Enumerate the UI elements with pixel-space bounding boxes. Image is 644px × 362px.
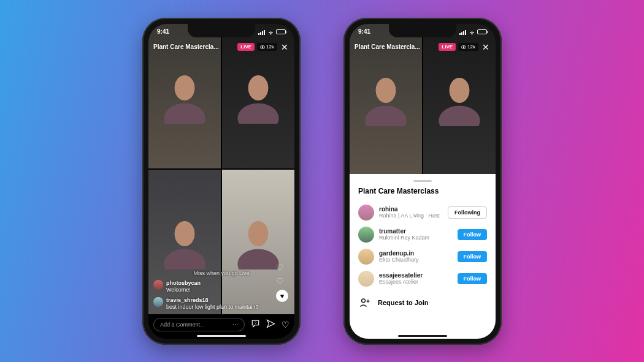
signal-icon bbox=[258, 29, 266, 34]
send-icon[interactable] bbox=[266, 319, 275, 330]
phone-right: 9:41 Plant Care Mastercla... LIVE 12k ✕ bbox=[343, 18, 502, 345]
participants-sheet[interactable]: Plant Care Masterclass rohina Rohina | A… bbox=[350, 174, 496, 339]
svg-point-13 bbox=[362, 298, 366, 302]
svg-rect-1 bbox=[260, 32, 261, 35]
svg-rect-8 bbox=[461, 32, 462, 35]
participant-subtitle: Ekta Chaudhary bbox=[379, 257, 453, 263]
svg-rect-0 bbox=[258, 33, 259, 35]
following-button[interactable]: Following bbox=[448, 206, 487, 219]
question-icon[interactable]: ? bbox=[251, 319, 260, 330]
participant-row[interactable]: trumatter Rukmini Ray Kadam Follow bbox=[358, 224, 487, 246]
heart-icon: ♡ bbox=[276, 276, 288, 286]
request-join-label: Request to Join bbox=[378, 299, 429, 306]
screen-left: 9:41 Plant Care Mastercla... LIVE 12k ✕ bbox=[148, 24, 294, 339]
svg-rect-2 bbox=[262, 31, 263, 35]
participant-handle: essajeesatelier bbox=[379, 272, 453, 279]
viewer-count-value: 12k bbox=[266, 44, 274, 50]
status-time: 9:41 bbox=[358, 28, 370, 35]
comment-text: best indoor low light plan to maintain? bbox=[166, 304, 259, 310]
participant-handle: gardenup.in bbox=[379, 250, 453, 257]
comment-username: photosbycan bbox=[166, 280, 201, 287]
battery-icon bbox=[276, 29, 286, 34]
close-button[interactable]: ✕ bbox=[481, 42, 491, 52]
avatar bbox=[358, 205, 374, 221]
follow-button[interactable]: Follow bbox=[458, 251, 488, 262]
participant-row[interactable]: rohina Rohina | AA Living · Host Followi… bbox=[358, 202, 487, 224]
live-badge: LIVE bbox=[237, 43, 255, 51]
comment-row[interactable]: travis_shreds18 best indoor low light pl… bbox=[153, 297, 289, 311]
participant-row[interactable]: gardenup.in Ekta Chaudhary Follow bbox=[358, 246, 487, 268]
sheet-title: Plant Care Masterclass bbox=[358, 187, 487, 195]
svg-point-12 bbox=[463, 46, 464, 47]
comment-input[interactable]: Add a Comment... ⋯ bbox=[153, 318, 245, 331]
phone-left: 9:41 Plant Care Mastercla... LIVE 12k ✕ bbox=[142, 18, 301, 345]
request-to-join[interactable]: Request to Join bbox=[358, 290, 487, 309]
live-header: Plant Care Mastercla... LIVE 12k ✕ bbox=[153, 42, 289, 52]
participant-handle: rohina bbox=[379, 206, 443, 213]
screen-right: 9:41 Plant Care Mastercla... LIVE 12k ✕ bbox=[350, 24, 496, 339]
live-title[interactable]: Plant Care Mastercla... bbox=[355, 43, 436, 50]
viewer-count-value: 12k bbox=[467, 44, 475, 50]
live-badge: LIVE bbox=[439, 43, 456, 51]
avatar bbox=[153, 280, 163, 290]
input-bar: Add a Comment... ⋯ ? ♡ bbox=[153, 318, 289, 331]
comment-placeholder: Add a Comment... bbox=[160, 322, 205, 328]
notch bbox=[188, 24, 255, 37]
eye-icon bbox=[461, 45, 466, 50]
live-title[interactable]: Plant Care Mastercla... bbox=[153, 43, 235, 50]
status-indicators bbox=[459, 29, 487, 34]
avatar bbox=[358, 249, 374, 265]
participant-subtitle: Essajees Atelier bbox=[379, 279, 453, 285]
avatar bbox=[153, 297, 163, 307]
live-header: Plant Care Mastercla... LIVE 12k ✕ bbox=[355, 42, 491, 52]
status-indicators bbox=[258, 29, 286, 34]
battery-icon bbox=[477, 29, 487, 34]
participant-row[interactable]: essajeesatelier Essajees Atelier Follow bbox=[358, 268, 487, 290]
comment-row[interactable]: photosbycan Welcome! bbox=[153, 280, 289, 293]
reaction-stack: ♡ ♡ ♥ bbox=[276, 263, 288, 302]
participant-subtitle: Rohina | AA Living · Host bbox=[379, 213, 443, 219]
svg-text:?: ? bbox=[255, 321, 257, 325]
follow-button[interactable]: Follow bbox=[458, 229, 488, 240]
like-icon[interactable]: ♡ bbox=[282, 320, 289, 330]
more-icon[interactable]: ⋯ bbox=[232, 322, 238, 328]
eye-icon bbox=[260, 45, 265, 50]
heart-icon: ♡ bbox=[276, 263, 288, 273]
avatar bbox=[358, 271, 374, 287]
home-indicator[interactable] bbox=[197, 335, 246, 337]
sheet-grabber[interactable] bbox=[413, 180, 432, 182]
close-button[interactable]: ✕ bbox=[280, 42, 289, 52]
system-message: Miss when you go Live bbox=[153, 270, 289, 276]
home-indicator[interactable] bbox=[398, 335, 447, 337]
viewer-count[interactable]: 12k bbox=[458, 43, 478, 51]
svg-rect-3 bbox=[264, 30, 265, 35]
viewer-count[interactable]: 12k bbox=[257, 43, 277, 51]
svg-rect-9 bbox=[463, 31, 464, 35]
participant-subtitle: Rukmini Ray Kadam bbox=[379, 235, 453, 241]
wifi-icon bbox=[469, 29, 475, 34]
wifi-icon bbox=[267, 29, 274, 34]
comments-overlay: Miss when you go Live photosbycan Welcom… bbox=[153, 270, 289, 310]
participant-handle: trumatter bbox=[379, 228, 453, 235]
svg-rect-7 bbox=[459, 33, 461, 35]
svg-point-5 bbox=[262, 46, 263, 47]
heart-button[interactable]: ♥ bbox=[276, 290, 288, 302]
comment-username: travis_shreds18 bbox=[166, 297, 259, 304]
avatar bbox=[358, 227, 374, 243]
follow-button[interactable]: Follow bbox=[458, 273, 488, 284]
notch bbox=[389, 24, 456, 37]
comment-text: Welcome! bbox=[166, 287, 191, 293]
request-join-icon bbox=[358, 296, 372, 309]
signal-icon bbox=[459, 29, 467, 34]
svg-rect-10 bbox=[465, 30, 466, 35]
status-time: 9:41 bbox=[157, 28, 169, 35]
